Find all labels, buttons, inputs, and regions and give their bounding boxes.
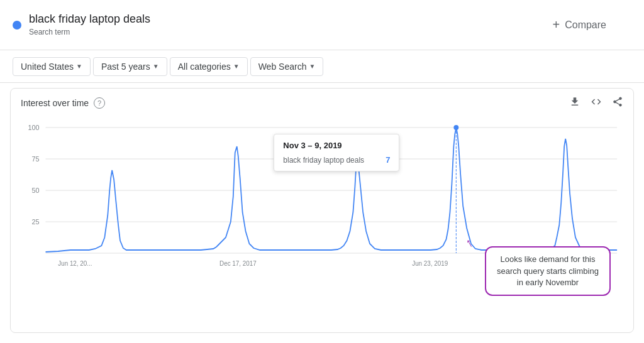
search-term-block: black friday laptop deals Search term [13, 13, 528, 37]
chart-tooltip: Nov 3 – 9, 2019 black friday laptop deal… [274, 134, 399, 172]
embed-icon[interactable] [591, 96, 602, 110]
filter-location-label: United States [21, 62, 74, 72]
filter-search-type-label: Web Search [258, 62, 307, 72]
chevron-down-icon: ▼ [153, 63, 159, 70]
svg-text:50: 50 [32, 187, 40, 194]
chart-svg-area: 100 75 50 25 Jun 12, 20... Dec 17, 2017 … [21, 115, 623, 303]
filter-category-label: All categories [178, 62, 231, 72]
chart-actions [569, 96, 623, 110]
header: black friday laptop deals Search term + … [0, 0, 644, 50]
share-icon[interactable] [612, 96, 623, 110]
search-term-subtitle: Search term [29, 28, 70, 36]
chevron-down-icon: ▼ [76, 63, 82, 70]
compare-button[interactable]: + Compare [528, 18, 632, 32]
search-term-text: black friday laptop deals Search term [29, 13, 150, 37]
chart-title: Interest over time [21, 98, 89, 108]
chart-title-block: Interest over time ? [21, 97, 105, 109]
svg-text:75: 75 [32, 155, 40, 163]
download-icon[interactable] [569, 96, 580, 110]
svg-text:25: 25 [32, 218, 40, 226]
svg-text:Jun 23, 2019: Jun 23, 2019 [412, 260, 448, 267]
filter-location[interactable]: United States ▼ [13, 57, 91, 76]
filter-category[interactable]: All categories ▼ [170, 57, 248, 76]
blue-dot-indicator [13, 21, 21, 30]
tooltip-value: 7 [386, 155, 390, 165]
filter-time-label: Past 5 years [101, 62, 150, 72]
annotation-text: Looks like demand for this search query … [497, 254, 599, 286]
help-icon[interactable]: ? [94, 97, 105, 109]
plus-icon: + [553, 18, 560, 32]
svg-text:Jun 12, 20...: Jun 12, 20... [58, 260, 92, 267]
filter-bar: United States ▼ Past 5 years ▼ All categ… [0, 50, 644, 83]
chevron-down-icon: ▼ [309, 63, 315, 70]
chart-header: Interest over time ? [21, 96, 623, 110]
filter-time[interactable]: Past 5 years ▼ [93, 57, 167, 76]
filter-search-type[interactable]: Web Search ▼ [250, 57, 324, 76]
tooltip-term: black friday laptop deals [283, 156, 364, 165]
chart-container: Interest over time ? [10, 88, 634, 333]
tooltip-row: black friday laptop deals 7 [283, 155, 390, 165]
compare-label: Compare [565, 19, 606, 31]
tooltip-date: Nov 3 – 9, 2019 [283, 141, 390, 150]
search-term-title: black friday laptop deals [29, 13, 150, 26]
annotation-bubble: Looks like demand for this search query … [485, 246, 611, 296]
svg-text:Dec 17, 2017: Dec 17, 2017 [219, 260, 257, 267]
svg-point-14 [453, 125, 458, 130]
chevron-down-icon: ▼ [233, 63, 240, 70]
svg-text:100: 100 [28, 124, 40, 131]
